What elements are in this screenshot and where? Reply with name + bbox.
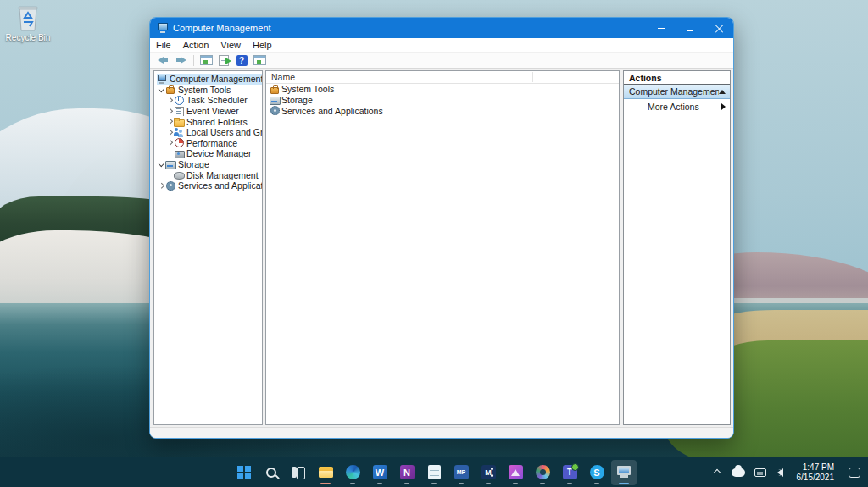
running-indicator xyxy=(459,483,464,484)
start-button[interactable] xyxy=(231,460,257,485)
tree-item-label: Task Scheduler xyxy=(186,95,250,105)
file-explorer-button[interactable] xyxy=(313,460,338,485)
menu-help[interactable]: Help xyxy=(247,39,278,51)
tree-item-event-viewer[interactable]: Event Viewer xyxy=(154,106,262,117)
onenote-button[interactable]: N xyxy=(394,460,420,485)
performance-icon xyxy=(174,138,184,147)
list-item-label: System Tools xyxy=(281,84,334,94)
notepad-button[interactable] xyxy=(421,460,447,485)
back-button[interactable] xyxy=(154,53,171,68)
computer-management-taskbar-button[interactable] xyxy=(611,460,637,485)
word-button[interactable]: W xyxy=(367,460,392,485)
show-action-pane-button[interactable] xyxy=(251,53,268,68)
folder-icon xyxy=(174,117,184,126)
storage-icon xyxy=(270,96,280,105)
tree-item-device-manager[interactable]: Device Manager xyxy=(154,148,262,159)
tree-item-task-scheduler[interactable]: Task Scheduler xyxy=(154,95,262,106)
menu-view[interactable]: View xyxy=(214,39,247,51)
running-indicator xyxy=(431,483,437,484)
show-console-tree-button[interactable] xyxy=(198,53,214,68)
menu-file[interactable]: File xyxy=(150,39,177,51)
tree-item-label: Performance xyxy=(186,138,240,148)
minimize-button[interactable] xyxy=(647,18,676,38)
maximize-button[interactable] xyxy=(676,18,704,38)
tree-item-label: Storage xyxy=(177,159,212,169)
titlebar[interactable]: Computer Management xyxy=(150,18,733,38)
paint-3d-button[interactable] xyxy=(530,460,555,485)
chevron-right-icon[interactable] xyxy=(165,139,174,147)
chevron-right-icon[interactable] xyxy=(165,128,174,136)
tree-item-storage[interactable]: Storage xyxy=(154,159,262,170)
column-header-name[interactable]: Name xyxy=(266,72,295,82)
toolbar-separator xyxy=(193,55,194,66)
desktop: Recycle Bin Computer Management File Act… xyxy=(0,0,868,487)
actions-computer-management-group[interactable]: Computer Management (Loc... xyxy=(624,85,730,99)
tree-item-label: Event Viewer xyxy=(186,106,242,116)
recycle-bin[interactable]: Recycle Bin xyxy=(3,5,53,42)
expander-spacer xyxy=(165,149,174,158)
computer-management-icon xyxy=(616,466,632,479)
minimize-icon xyxy=(658,28,665,29)
chevron-right-icon[interactable] xyxy=(165,107,174,115)
help-button[interactable]: ? xyxy=(233,53,250,68)
export-list-button[interactable] xyxy=(215,53,232,68)
media-player-button[interactable]: MP xyxy=(448,460,474,485)
running-indicator xyxy=(350,483,355,484)
chevron-right-icon[interactable] xyxy=(165,96,174,104)
list-item-storage[interactable]: Storage xyxy=(266,95,619,106)
edge-button[interactable] xyxy=(340,460,365,485)
search-button[interactable] xyxy=(259,460,284,485)
tree-item-shared-folders[interactable]: Shared Folders xyxy=(154,116,262,127)
list-item-system-tools[interactable]: System Tools xyxy=(266,84,619,95)
clock[interactable]: 1:47 PM 6/15/2021 xyxy=(797,462,835,483)
column-divider[interactable] xyxy=(532,72,533,82)
notification-icon xyxy=(849,468,860,478)
running-indicator xyxy=(567,483,572,484)
toolbox-icon xyxy=(270,85,280,94)
photos-button[interactable] xyxy=(503,460,528,485)
skype-button[interactable]: S xyxy=(584,460,609,485)
event-log-icon xyxy=(174,107,184,116)
expander-spacer xyxy=(165,171,174,180)
teams-button[interactable]: T xyxy=(557,460,582,485)
tree-item-disk-management[interactable]: Disk Management xyxy=(154,169,262,180)
chevron-right-icon[interactable] xyxy=(165,118,174,126)
maximize-icon xyxy=(687,25,693,31)
teams-icon: T xyxy=(563,465,577,479)
list-item-services-and-applications[interactable]: Services and Applications xyxy=(266,106,619,117)
tree-item-local-users-and-groups[interactable]: Local Users and Groups xyxy=(154,127,262,138)
list-header-row: Name xyxy=(266,71,619,84)
task-view-button[interactable] xyxy=(286,460,311,485)
more-actions-item[interactable]: More Actions xyxy=(624,99,730,113)
list-item-label: Storage xyxy=(281,95,313,105)
tree-item-computer-management-local[interactable]: Computer Management (Local) xyxy=(154,74,262,85)
tree-item-performance[interactable]: Performance xyxy=(154,138,262,149)
export-list-icon xyxy=(219,55,229,66)
close-icon xyxy=(715,25,723,32)
running-indicator xyxy=(513,483,518,484)
tree-item-services-and-applications[interactable]: Services and Applications xyxy=(154,180,262,191)
tree-item-label: Computer Management (Local) xyxy=(169,74,262,84)
menu-action[interactable]: Action xyxy=(177,39,215,51)
running-indicator xyxy=(320,483,331,484)
services-icon xyxy=(165,181,175,191)
onedrive-tray-button[interactable] xyxy=(729,460,748,485)
chevron-down-icon[interactable] xyxy=(157,160,165,169)
actions-header: Actions xyxy=(624,71,730,85)
forward-button[interactable] xyxy=(172,53,189,68)
chevron-right-icon[interactable] xyxy=(157,181,165,190)
chevron-down-icon[interactable] xyxy=(157,86,165,94)
actions-group-label: Computer Management (Loc... xyxy=(629,86,719,97)
volume-tray-button[interactable] xyxy=(773,460,790,485)
hidden-icons-button[interactable] xyxy=(710,460,726,485)
running-indicator xyxy=(404,483,409,484)
m-app-button[interactable]: M xyxy=(476,460,501,485)
help-icon: ? xyxy=(236,55,248,66)
tree-item-system-tools[interactable]: System Tools xyxy=(154,85,262,96)
storage-icon xyxy=(165,160,175,169)
close-button[interactable] xyxy=(704,18,733,38)
notifications-button[interactable] xyxy=(843,460,863,485)
collapse-arrow-icon[interactable] xyxy=(719,90,726,94)
network-tray-button[interactable] xyxy=(751,460,770,485)
windows-start-icon xyxy=(237,466,251,479)
